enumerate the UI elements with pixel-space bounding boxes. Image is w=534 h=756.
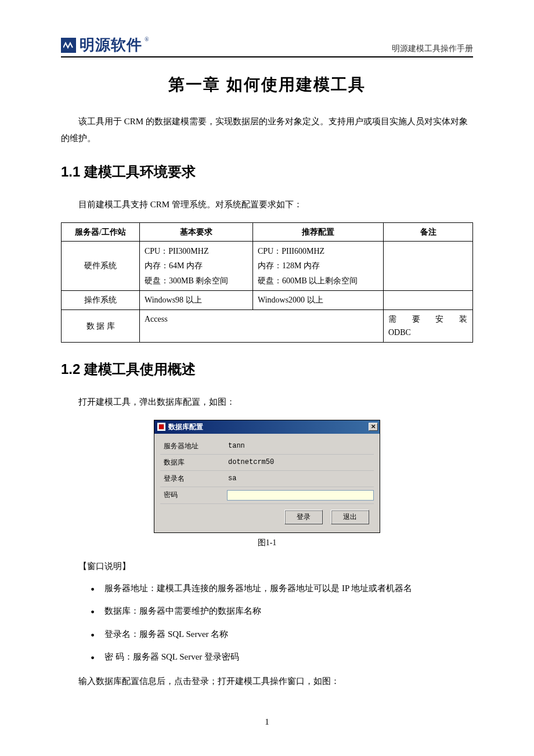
input-database[interactable]: dotnetcrm50 [227, 458, 374, 467]
label-login: 登录名 [160, 474, 227, 484]
table-row: 数 据 库 Access 需要安装 ODBC [62, 309, 473, 343]
logo-text: 明源软件 [80, 35, 142, 55]
cell-os-basic: Windows98 以上 [140, 290, 253, 309]
window-desc-heading: 【窗口说明】 [61, 561, 473, 572]
list-item: 登录名：服务器 SQL Server 名称 [91, 627, 473, 642]
logo-mark-icon [61, 38, 76, 53]
cell-os-label: 操作系统 [62, 290, 140, 309]
close-icon[interactable]: ✕ [369, 423, 378, 431]
list-item: 服务器地址：建模工具连接的服务器地址，服务器地址可以是 IP 地址或者机器名 [91, 581, 473, 596]
table-row: 硬件系统 CPU：PII300MHZ 内存：64M 内存 硬盘：300MB 剩余… [62, 242, 473, 291]
header-subtitle: 明源建模工具操作手册 [392, 44, 473, 55]
after-list-para: 输入数据库配置信息后，点击登录；打开建模工具操作窗口，如图： [61, 673, 473, 690]
dialog-app-icon [157, 423, 165, 431]
input-password[interactable] [227, 490, 374, 501]
th-recommended: 推荐配置 [253, 222, 384, 242]
registered-icon: ® [145, 36, 149, 42]
requirements-table: 服务器/工作站 基本要求 推荐配置 备注 硬件系统 CPU：PII300MHZ … [61, 222, 473, 343]
section-1-1-heading: 1.1 建模工具环境要求 [61, 163, 473, 181]
section-1-2-intro: 打开建模工具，弹出数据库配置，如图： [61, 394, 473, 411]
input-login[interactable]: sa [227, 474, 374, 483]
chapter-intro: 该工具用于 CRM 的数据建模需要，实现数据层的业务对象定义。支持用户或项目实施… [61, 113, 473, 146]
label-database: 数据库 [160, 458, 227, 467]
cell-hw-basic: CPU：PII300MHZ 内存：64M 内存 硬盘：300MB 剩余空间 [140, 242, 253, 291]
window-desc-list: 服务器地址：建模工具连接的服务器地址，服务器地址可以是 IP 地址或者机器名 数… [61, 581, 473, 665]
table-row: 操作系统 Windows98 以上 Windows2000 以上 [62, 290, 473, 309]
logo: 明源软件 ® [61, 35, 149, 55]
cell-os-notes [384, 290, 473, 309]
chapter-title: 第一章 如何使用建模工具 [61, 74, 473, 96]
list-item: 密 码：服务器 SQL Server 登录密码 [91, 650, 473, 665]
field-row-password: 密码 [160, 487, 374, 504]
cell-db-notes: 需要安装 ODBC [384, 309, 473, 343]
svg-rect-0 [159, 424, 164, 429]
label-password: 密码 [160, 490, 227, 500]
input-server[interactable]: tann [227, 441, 374, 451]
exit-button[interactable]: 退出 [331, 510, 369, 524]
cell-db-basic: Access [140, 309, 384, 343]
cell-hw-notes [384, 242, 473, 291]
page-number: 1 [0, 717, 534, 727]
list-item: 数据库：服务器中需要维护的数据库名称 [91, 604, 473, 619]
table-header-row: 服务器/工作站 基本要求 推荐配置 备注 [62, 222, 473, 242]
dialog-titlebar: 数据库配置 ✕ [154, 420, 380, 434]
cell-hw-label: 硬件系统 [62, 242, 140, 291]
field-row-server: 服务器地址 tann [160, 438, 374, 455]
section-1-1-intro: 目前建模工具支持 CRM 管理系统。对系统配置要求如下： [61, 196, 473, 213]
field-row-login: 登录名 sa [160, 471, 374, 487]
cell-os-rec: Windows2000 以上 [253, 290, 384, 309]
cell-db-label: 数 据 库 [62, 309, 140, 343]
th-basic: 基本要求 [140, 222, 253, 242]
figure-caption: 图1-1 [61, 538, 473, 548]
page-header: 明源软件 ® 明源建模工具操作手册 [61, 35, 473, 57]
th-notes: 备注 [384, 222, 473, 242]
dialog-title-text: 数据库配置 [168, 422, 203, 432]
th-server: 服务器/工作站 [62, 222, 140, 242]
cell-hw-rec: CPU：PIII600MHZ 内存：128M 内存 硬盘：600MB 以上剩余空… [253, 242, 384, 291]
login-button[interactable]: 登录 [284, 510, 323, 524]
db-config-dialog: 数据库配置 ✕ 服务器地址 tann 数据库 dotnetcrm50 登录名 s… [154, 420, 380, 533]
section-1-2-heading: 1.2 建模工具使用概述 [61, 360, 473, 379]
field-row-database: 数据库 dotnetcrm50 [160, 455, 374, 471]
label-server: 服务器地址 [160, 441, 227, 451]
